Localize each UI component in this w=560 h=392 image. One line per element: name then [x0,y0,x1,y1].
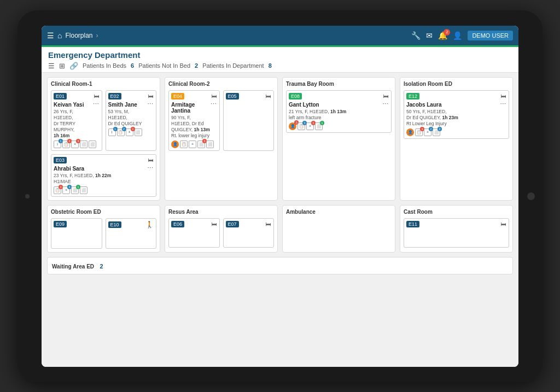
icon-box: ⬜ [206,141,214,148]
bed-menu-E01[interactable]: ··· [93,101,99,107]
avatar-E12: 👤 [406,128,414,136]
bed-id-E10: E10 [108,221,121,228]
home-icon[interactable]: ⌂ [57,31,62,40]
user-icon: 👤 [453,31,462,40]
stat-label-dept: Patients In Department [202,62,264,69]
avatar-E04: 👤 [171,141,179,148]
top-nav: ☰ ⌂ Floorplan › 🔧 ✉ 🔔 2 👤 DEMO USER [42,26,518,45]
bed-E08[interactable]: E08 🛏 Gant Lytton 21 Yrs, F, H1E1ED, 1h … [286,90,392,133]
bed-icon-E12: 🛏 [501,93,506,99]
bed-icon-E04: 🛏 [212,93,217,99]
bed-id-E08: E08 [289,93,302,100]
bed-menu-E08[interactable]: ··· [383,101,389,107]
bed-E07[interactable]: E07 🛏 [223,218,275,248]
beds-row-clinical-1: E01 🛏 Keivan Yasi 26 Yrs, F, H1E1ED,Dr T… [51,90,156,151]
tools-icon[interactable]: 🔧 [411,31,421,40]
bed-E01[interactable]: E01 🛏 Keivan Yasi 26 Yrs, F, H1E1ED,Dr T… [51,90,102,151]
status-icons-E04: 👤 📋 + ⬜3 ⬜ [171,141,217,148]
bed-E02[interactable]: E02 🛏 Smith Jane 53 Yrs, M,H1E1ED,Dr Ed … [106,90,157,151]
bed-icon-E11: 🛏 [501,221,506,227]
page-title: Emergency Department [48,50,512,60]
patient-info-E02: 53 Yrs, M,H1E1ED,Dr Ed QUIGLEY [108,109,142,127]
room-clinical-2: Clinical Room-2 E04 🛏 Armitage Jantina [165,77,278,201]
bell-badge: 2 [444,29,450,36]
room-ambulance: Ambulance [282,205,395,253]
patient-name-E03: Ahrabi Sara [54,166,111,172]
bed-E03[interactable]: E03 🛏 Ahrabi Sara 23 Yrs, F, H1E1ED, 1h … [51,154,156,197]
bed-E04[interactable]: E04 🛏 Armitage Jantina 90 Yrs, F, H1E1ED… [168,90,220,151]
room-title-isolation: Isolation Room ED [404,81,509,87]
breadcrumb-sep: › [96,32,98,39]
menu-icon[interactable]: ☰ [47,31,54,40]
icon-box: ⬜ [135,128,142,136]
bed-id-E05: E05 [226,93,239,100]
bed-E06[interactable]: E06 🛏 [168,218,220,248]
bed-id-E06: E06 [171,221,184,227]
patient-name-E08: Gant Lytton [289,102,346,108]
patient-info-E03: 23 Yrs, F, H1E1ED, 1h 22mH1IMAE [54,173,111,185]
bell-icon[interactable]: 🔔 2 [438,31,447,40]
icon-box: +3 [306,122,314,130]
breadcrumb-label: Floorplan [65,32,92,39]
bed-E10[interactable]: E10 🚶 [106,218,157,249]
icon-box: 📋3 [54,186,61,194]
bed-menu-E04[interactable]: ··· [211,101,217,107]
icon-box: ⬜ [80,141,88,148]
user-button[interactable]: DEMO USER [468,31,513,40]
icon-box: ⬜ [80,186,88,194]
bed-E05[interactable]: E05 🛏 [223,90,275,151]
bed-menu-E02[interactable]: ··· [148,101,154,107]
room-title-obstetric: Obstetric Room ED [51,209,156,215]
beds-row-clinical-2: E04 🛏 Armitage Jantina 90 Yrs, F, H1E1ED… [168,90,274,151]
room-title-trauma: Trauma Bay Room [286,81,392,87]
room-isolation-ed: Isolation Room ED E12 🛏 Jacobs Laura [400,77,513,201]
bed-icon-E03: 🛏 [148,157,154,163]
stat-value-notinbed: 2 [195,62,198,69]
patient-name-E01: Keivan Yasi [54,102,93,108]
header-toolbar: ☰ ⊞ 🔗 Patients In Beds 6 Patients Not In… [48,62,512,70]
beds-row-cast: E11 🛏 [404,218,509,248]
grid-view-icon[interactable]: ⊞ [59,62,65,70]
bed-icon-E07: 🛏 [266,221,271,227]
icon-box: ⬜1 [315,122,323,130]
beds-row-obstetric: E09 E10 🚶 [51,218,156,249]
icon-box: i1 [54,141,61,148]
bed-E09[interactable]: E09 [51,218,102,249]
bed-icon-E08: 🛏 [383,93,389,99]
bed-menu-E03[interactable]: ··· [148,165,154,171]
bed-icon-E06: 🛏 [212,221,217,227]
icon-box: ⬜ [89,141,96,148]
icon-box: +2 [424,128,431,136]
room-clinical-1: Clinical Room-1 E01 🛏 Keivan Yasi [47,77,160,201]
stat-value-dept: 8 [269,62,272,69]
icon-box: 📋 [180,141,188,148]
room-title-clinical-1: Clinical Room-1 [51,81,156,87]
bed-E12[interactable]: E12 🛏 Jacobs Laura 50 Yrs, F, H1E1ED,Dr … [404,90,509,139]
icon-box: 📋3 [298,122,305,130]
status-icons-E01: i1 📋2 +3 ⬜ ⬜ [54,141,100,148]
link-icon[interactable]: 🔗 [69,62,78,70]
list-view-icon[interactable]: ☰ [48,62,55,70]
bed-menu-E12[interactable]: ··· [500,101,506,107]
bed-id-E07: E07 [226,221,239,227]
page-header: Emergency Department ☰ ⊞ 🔗 Patients In B… [42,47,518,73]
patient-info-E01: 26 Yrs, F, H1E1ED,Dr TERRYMURPHY,1h 16m [54,109,93,139]
patient-info-E04: 90 Yrs, F, H1E1ED, Dr Ed QUIGLEY, 1h 13m… [171,115,211,139]
bed-id-E03: E03 [54,157,67,163]
icon-box: +3 [71,141,79,148]
beds-row-isolation: E12 🛏 Jacobs Laura 50 Yrs, F, H1E1ED,Dr … [404,90,509,139]
beds-row-trauma: E08 🛏 Gant Lytton 21 Yrs, F, H1E1ED, 1h … [286,90,392,133]
mail-icon[interactable]: ✉ [426,31,433,40]
room-title-cast: Cast Room [404,209,509,215]
room-title-ambulance: Ambulance [286,209,392,215]
bed-id-E02: E02 [108,93,121,100]
person-icon-E10: 🚶 [145,221,154,229]
patient-info-E08: 21 Yrs, F, H1E1ED, 1h 13mleft arm fractu… [289,109,346,121]
patient-name-E12: Jacobs Laura [406,102,458,108]
bed-E11[interactable]: E11 🛏 [404,218,509,248]
room-resus: Resus Area E06 🛏 E07 🛏 [165,205,278,253]
room-cast: Cast Room E11 🛏 [400,205,513,253]
status-icons-E08: 👤3 📋3 +3 ⬜1 [289,122,389,130]
stat-value-beds: 6 [131,62,134,69]
icon-box: ⬜1 [71,186,79,194]
